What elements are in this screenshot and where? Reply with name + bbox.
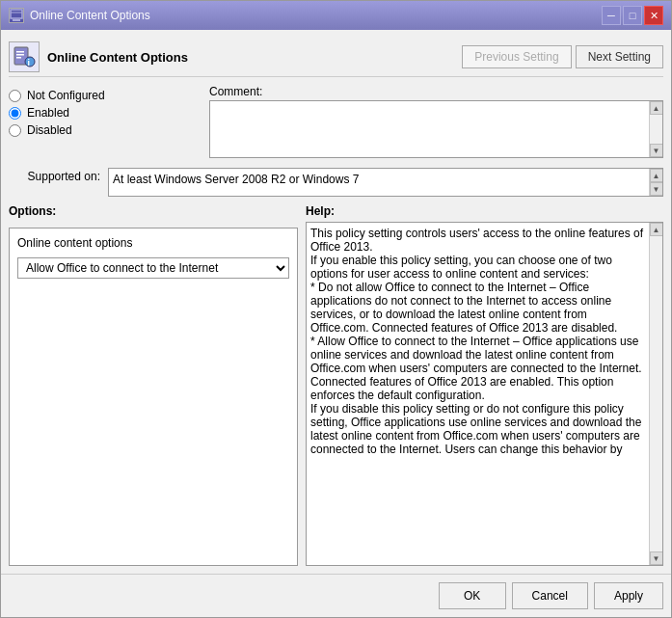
options-box-title: Online content options xyxy=(17,236,289,250)
options-header: Options: xyxy=(9,204,298,218)
help-para-4: * Allow Office to connect to the Interne… xyxy=(310,335,645,402)
disabled-radio[interactable]: Disabled xyxy=(9,123,202,137)
title-bar-buttons: ─ □ ✕ xyxy=(602,6,663,25)
policy-icon: i xyxy=(9,41,40,72)
not-configured-radio[interactable]: Not Configured xyxy=(9,89,202,102)
online-content-dropdown[interactable]: Allow Office to connect to the Internet … xyxy=(17,257,289,279)
help-content: This policy setting controls users' acce… xyxy=(307,223,649,565)
main-content: i Online Content Options Previous Settin… xyxy=(1,30,671,574)
window-icon xyxy=(9,8,24,23)
cancel-button[interactable]: Cancel xyxy=(512,582,588,609)
supported-row: Supported on: At least Windows Server 20… xyxy=(9,168,663,197)
prev-setting-button[interactable]: Previous Setting xyxy=(462,45,571,68)
enabled-radio[interactable]: Enabled xyxy=(9,106,202,120)
help-header: Help: xyxy=(306,204,663,218)
help-box: This policy setting controls users' acce… xyxy=(306,222,663,566)
svg-rect-5 xyxy=(16,54,24,56)
dialog-title: Online Content Options xyxy=(47,50,188,65)
header-row: i Online Content Options Previous Settin… xyxy=(9,38,663,77)
help-scroll-down[interactable]: ▼ xyxy=(650,551,663,565)
supported-scrollbar: ▲ ▼ xyxy=(649,169,662,196)
help-para-5: If you disable this policy setting or do… xyxy=(310,402,645,456)
help-para-3: * Do not allow Office to connect to the … xyxy=(310,281,645,335)
header-nav-buttons: Previous Setting Next Setting xyxy=(462,45,663,68)
comment-area: Comment: ▲ ▼ xyxy=(209,85,663,158)
footer: OK Cancel Apply xyxy=(1,574,671,617)
svg-text:i: i xyxy=(28,58,31,67)
comment-label: Comment: xyxy=(209,85,262,98)
svg-rect-2 xyxy=(13,19,20,21)
supported-scroll-down[interactable]: ▼ xyxy=(650,182,663,196)
comment-scroll-down[interactable]: ▼ xyxy=(650,144,663,157)
comment-scrollbar: ▲ ▼ xyxy=(649,101,662,157)
ok-button[interactable]: OK xyxy=(439,582,506,609)
help-para-2: If you enable this policy setting, you c… xyxy=(310,254,645,281)
main-window: Online Content Options ─ □ ✕ i xyxy=(0,0,672,618)
radio-column: Not Configured Enabled Disabled xyxy=(9,85,202,141)
title-bar: Online Content Options ─ □ ✕ xyxy=(1,1,671,30)
header-left: i Online Content Options xyxy=(9,41,188,72)
comment-textbox[interactable]: ▲ ▼ xyxy=(209,100,663,158)
help-column: Help: This policy setting controls users… xyxy=(306,204,663,566)
window-title: Online Content Options xyxy=(30,9,150,22)
svg-rect-4 xyxy=(16,51,24,53)
help-para-1: This policy setting controls users' acce… xyxy=(310,227,645,254)
help-scrollbar: ▲ ▼ xyxy=(649,223,662,565)
close-button[interactable]: ✕ xyxy=(644,6,663,25)
svg-rect-0 xyxy=(11,10,22,18)
title-bar-left: Online Content Options xyxy=(9,8,150,23)
help-scroll-up[interactable]: ▲ xyxy=(650,223,663,236)
maximize-button[interactable]: □ xyxy=(623,6,642,25)
minimize-button[interactable]: ─ xyxy=(602,6,621,25)
svg-rect-6 xyxy=(16,57,21,59)
comment-label-row: Comment: xyxy=(209,85,663,98)
apply-button[interactable]: Apply xyxy=(594,582,663,609)
supported-box: At least Windows Server 2008 R2 or Windo… xyxy=(108,168,663,197)
options-column: Options: Online content options Allow Of… xyxy=(9,204,298,566)
comment-scroll-up[interactable]: ▲ xyxy=(650,101,663,115)
supported-value: At least Windows Server 2008 R2 or Windo… xyxy=(109,169,649,196)
two-column-area: Options: Online content options Allow Of… xyxy=(9,204,663,566)
next-setting-button[interactable]: Next Setting xyxy=(576,45,663,68)
options-box: Online content options Allow Office to c… xyxy=(9,228,298,566)
supported-scroll-up[interactable]: ▲ xyxy=(650,169,663,182)
supported-label: Supported on: xyxy=(9,168,100,183)
